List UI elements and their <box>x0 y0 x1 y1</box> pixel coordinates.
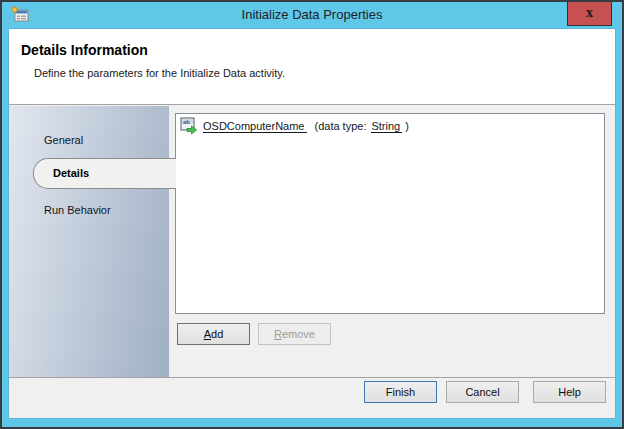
parameter-ab-arrow-icon: ab <box>180 117 198 135</box>
finish-button[interactable]: Finish <box>364 381 437 403</box>
dialog-window: Initialize Data Properties x Details Inf… <box>0 0 624 429</box>
dialog-header: Details Information Define the parameter… <box>9 29 615 105</box>
dialog-client-area: Details Information Define the parameter… <box>8 28 616 419</box>
tab-details-label: Details <box>53 167 89 179</box>
parameter-type-link[interactable]: String <box>371 120 402 133</box>
parameter-text: OSDComputerName(data type:String) <box>203 120 409 132</box>
tab-run-behavior[interactable]: Run Behavior <box>44 204 111 216</box>
page-title: Details Information <box>21 42 148 58</box>
add-button[interactable]: Add <box>177 323 250 345</box>
parameter-type-label: (data type: <box>314 120 366 132</box>
help-button[interactable]: Help <box>533 381 606 403</box>
add-button-rest: dd <box>211 328 223 340</box>
dialog-footer: Finish Cancel Help <box>9 377 615 418</box>
tab-general[interactable]: General <box>44 134 83 146</box>
remove-button[interactable]: Remove <box>258 323 331 345</box>
parameter-name-link[interactable]: OSDComputerName <box>203 120 307 133</box>
details-panel: ab OSDComputerName(data type:String) Add… <box>169 106 615 377</box>
remove-button-accel: R <box>274 328 282 340</box>
svg-text:ab: ab <box>183 119 190 125</box>
remove-button-rest: emove <box>282 328 315 340</box>
tab-sidebar: General Details Run Behavior <box>9 106 169 377</box>
tab-details[interactable]: Details <box>33 158 176 189</box>
parameter-close-paren: ) <box>405 120 409 132</box>
parameter-row: ab OSDComputerName(data type:String) <box>176 114 604 138</box>
cancel-button[interactable]: Cancel <box>446 381 519 403</box>
parameters-listbox[interactable]: ab OSDComputerName(data type:String) <box>175 113 605 314</box>
dialog-body: General Details Run Behavior ab <box>9 106 615 377</box>
title-bar: Initialize Data Properties x <box>2 2 622 28</box>
add-button-accel: A <box>204 328 211 340</box>
close-button[interactable]: x <box>567 2 612 26</box>
page-subtitle: Define the parameters for the Initialize… <box>34 67 285 79</box>
window-title: Initialize Data Properties <box>2 7 622 22</box>
